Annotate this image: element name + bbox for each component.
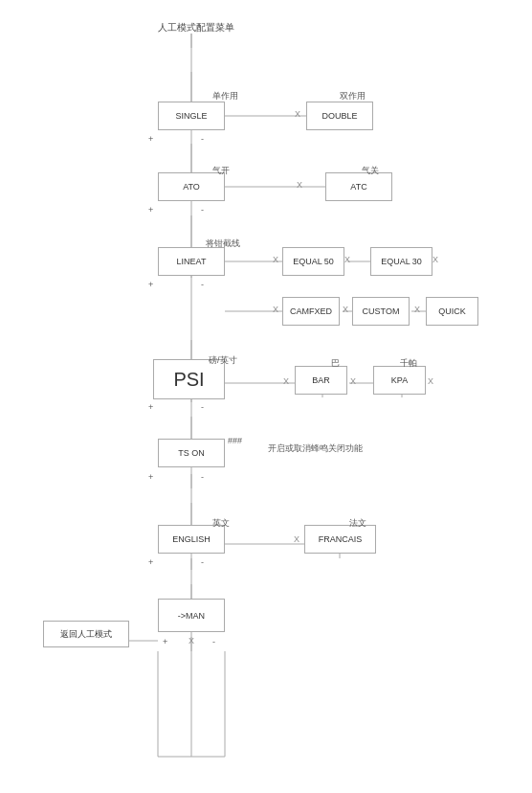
minus-tson: - — [201, 402, 204, 412]
plus-ato: + — [148, 134, 153, 144]
plus-tson: + — [148, 402, 153, 412]
minus-english: - — [201, 472, 204, 482]
node-equal30: EQUAL 30 — [370, 247, 432, 276]
label-kpa: 千帕 — [400, 357, 417, 370]
node-atc: ATC — [325, 172, 392, 201]
x-lineat-equal50: X — [273, 255, 278, 264]
node-tson: TS ON — [158, 439, 225, 467]
label-ato: 气开 — [212, 165, 230, 177]
x-camfxed: X — [273, 305, 278, 314]
minus-ato: - — [201, 134, 204, 144]
label-bar: 巴 — [331, 357, 340, 370]
label-double: 双作用 — [340, 90, 366, 102]
label-single: 单作用 — [212, 90, 238, 102]
x-equal30-right: X — [432, 255, 438, 264]
x-custom: X — [343, 305, 348, 314]
label-francais: 法文 — [349, 517, 366, 530]
x-single-double: X — [295, 109, 300, 119]
x-equal50-equal30: X — [344, 255, 350, 264]
node-quick: QUICK — [426, 297, 478, 326]
label-english: 英文 — [212, 517, 230, 530]
return-button[interactable]: 返回人工模式 — [43, 621, 129, 647]
node-equal50: EQUAL 50 — [282, 247, 344, 276]
plus-man: + — [148, 557, 153, 567]
plus-lineat: + — [148, 205, 153, 215]
plus-bottom: + — [163, 637, 167, 646]
label-atc: 气关 — [362, 165, 379, 177]
x-bottom: X — [188, 636, 194, 646]
node-bar: BAR — [295, 366, 347, 395]
plus-psi: + — [148, 280, 153, 289]
node-single: SINGLE — [158, 102, 225, 130]
label-lineat: 将钳截线 — [206, 238, 240, 250]
label-beep: 开启或取消蜂鸣关闭功能 — [268, 442, 363, 455]
title-label: 人工模式配置菜单 — [158, 21, 234, 34]
minus-bottom: - — [212, 637, 215, 646]
x-english-francais: X — [294, 534, 299, 544]
minus-man: - — [201, 557, 204, 567]
node-lineat: LINEAT — [158, 247, 225, 276]
label-hash: ### — [228, 436, 242, 445]
node-kpa: KPA — [373, 366, 426, 395]
minus-lineat: - — [201, 205, 204, 215]
node-camfxed: CAMFXED — [282, 297, 340, 326]
node-double: DOUBLE — [306, 102, 373, 130]
x-psi-bar: X — [283, 376, 289, 386]
minus-psi: - — [201, 280, 204, 289]
node-man: ->MAN — [158, 599, 225, 632]
label-psi: 磅/英寸 — [209, 354, 237, 367]
x-ato-atc: X — [297, 180, 302, 190]
x-quick: X — [414, 305, 420, 314]
plus-english: + — [148, 472, 153, 482]
x-bar-kpa: X — [350, 376, 356, 386]
node-custom: CUSTOM — [352, 297, 410, 326]
x-kpa-right: X — [428, 376, 433, 386]
